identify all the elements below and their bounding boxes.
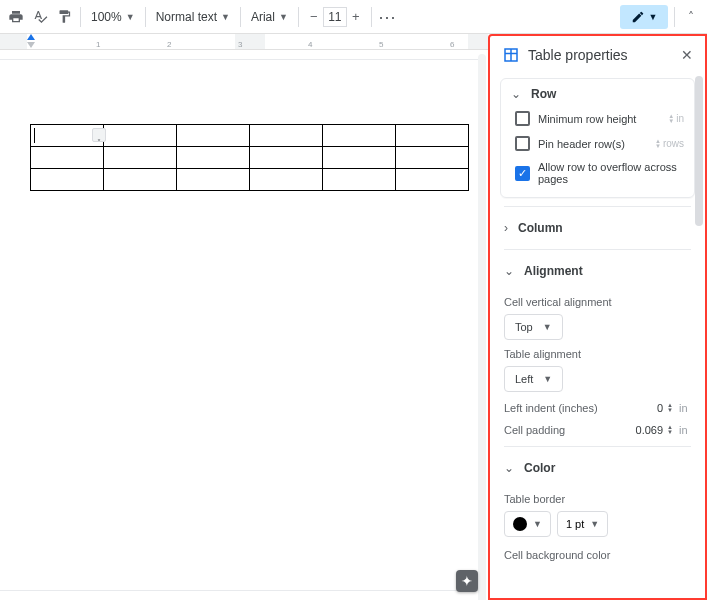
- min-row-height-label: Minimum row height: [538, 113, 636, 125]
- row-section-toggle[interactable]: ⌄ Row: [501, 79, 694, 109]
- border-color-swatch: [513, 517, 527, 531]
- cell-options-handle[interactable]: ˬ: [92, 128, 106, 142]
- min-row-height-option: Minimum row height ▲▼in: [515, 111, 684, 126]
- style-select[interactable]: Normal text▼: [152, 7, 234, 27]
- toolbar-separator: [674, 7, 675, 27]
- pin-header-checkbox[interactable]: [515, 136, 530, 151]
- table-row[interactable]: [31, 147, 469, 169]
- stepper-icon[interactable]: ▲▼: [667, 425, 673, 435]
- border-color-select[interactable]: ▼: [504, 511, 551, 537]
- paint-format-icon[interactable]: [54, 7, 74, 27]
- table-cell[interactable]: [104, 125, 177, 147]
- column-section-toggle[interactable]: › Column: [504, 211, 691, 245]
- cell-va-select[interactable]: Top▼: [504, 314, 563, 340]
- document-area: 1 2 3 4 5 6 ˬ ✦: [0, 34, 488, 600]
- horizontal-ruler[interactable]: 1 2 3 4 5 6: [0, 34, 488, 50]
- table-cell[interactable]: [396, 125, 469, 147]
- table-row[interactable]: [31, 169, 469, 191]
- column-section: › Column: [504, 211, 691, 245]
- table-border-label: Table border: [504, 493, 691, 505]
- font-size-controls: − 11 +: [305, 7, 365, 27]
- color-section: ⌄ Color Table border ▼ 1 pt▼ Cell backgr…: [504, 451, 691, 561]
- zoom-select[interactable]: 100%▼: [87, 7, 139, 27]
- table-cell[interactable]: [396, 169, 469, 191]
- overflow-option: ✓ Allow row to overflow across pages: [515, 161, 684, 185]
- font-size-increase[interactable]: +: [347, 7, 365, 27]
- pin-header-unit: rows: [663, 138, 684, 149]
- table-cell[interactable]: [31, 147, 104, 169]
- toolbar-separator: [298, 7, 299, 27]
- font-size-decrease[interactable]: −: [305, 7, 323, 27]
- sidebar-header: Table properties ✕: [490, 36, 705, 74]
- table-cell[interactable]: [323, 169, 396, 191]
- cell-va-value: Top: [515, 321, 533, 333]
- cell-padding-label: Cell padding: [504, 424, 629, 436]
- row-section: ⌄ Row Minimum row height ▲▼in Pin header…: [500, 78, 695, 198]
- cell-padding-row: Cell padding 0.069 ▲▼ in: [504, 424, 691, 436]
- stepper-icon[interactable]: ▲▼: [668, 114, 674, 124]
- table-cell[interactable]: [250, 147, 323, 169]
- table-cell[interactable]: [104, 169, 177, 191]
- table-cell[interactable]: [177, 147, 250, 169]
- alignment-section-toggle[interactable]: ⌄ Alignment: [504, 254, 691, 288]
- table-cell[interactable]: [323, 125, 396, 147]
- toolbar-separator: [80, 7, 81, 27]
- chevron-down-icon: ⌄: [504, 461, 514, 475]
- table-icon: [502, 46, 520, 64]
- cell-padding-input[interactable]: 0.069: [629, 424, 667, 436]
- alignment-section-label: Alignment: [524, 264, 583, 278]
- document-page[interactable]: ˬ: [0, 60, 478, 590]
- toolbar-separator: [371, 7, 372, 27]
- chevron-down-icon: ⌄: [504, 264, 514, 278]
- stepper-icon[interactable]: ▲▼: [667, 403, 673, 413]
- overflow-label: Allow row to overflow across pages: [538, 161, 684, 185]
- min-row-height-checkbox[interactable]: [515, 111, 530, 126]
- min-row-height-unit: in: [676, 113, 684, 124]
- color-section-toggle[interactable]: ⌄ Color: [504, 451, 691, 485]
- cell-va-label: Cell vertical alignment: [504, 296, 691, 308]
- font-select[interactable]: Arial▼: [247, 7, 292, 27]
- table-cell[interactable]: [250, 169, 323, 191]
- close-icon[interactable]: ✕: [681, 47, 693, 63]
- pin-header-option: Pin header row(s) ▲▼rows: [515, 136, 684, 151]
- left-indent-row: Left indent (inches) 0 ▲▼ in: [504, 402, 691, 414]
- toolbar: 100%▼ Normal text▼ Arial▼ − 11 + ⋯ ▼ ˄: [0, 0, 707, 34]
- explore-button[interactable]: ✦: [456, 570, 478, 592]
- pin-header-label: Pin header row(s): [538, 138, 625, 150]
- table-align-label: Table alignment: [504, 348, 691, 360]
- alignment-section: ⌄ Alignment Cell vertical alignment Top▼…: [504, 254, 691, 436]
- chevron-down-icon: ⌄: [511, 87, 523, 101]
- sidebar-title: Table properties: [528, 47, 673, 63]
- ruler-ticks: 1 2 3 4 5 6: [30, 40, 488, 48]
- chevron-right-icon: ›: [504, 221, 508, 235]
- toolbar-separator: [145, 7, 146, 27]
- table-cell[interactable]: [104, 147, 177, 169]
- table-align-value: Left: [515, 373, 533, 385]
- spellcheck-icon[interactable]: [30, 7, 50, 27]
- table-properties-panel: Table properties ✕ ⌄ Row Minimum row hei…: [488, 34, 707, 600]
- print-icon[interactable]: [6, 7, 26, 27]
- table-align-select[interactable]: Left▼: [504, 366, 563, 392]
- table-cell[interactable]: [177, 169, 250, 191]
- zoom-value: 100%: [91, 10, 122, 24]
- more-icon[interactable]: ⋯: [378, 7, 398, 27]
- table-cell[interactable]: [177, 125, 250, 147]
- border-width-select[interactable]: 1 pt▼: [557, 511, 608, 537]
- expand-up-icon[interactable]: ˄: [681, 7, 701, 27]
- table-cell[interactable]: [31, 169, 104, 191]
- border-width-value: 1 pt: [566, 518, 584, 530]
- font-size-value[interactable]: 11: [323, 7, 347, 27]
- toolbar-separator: [240, 7, 241, 27]
- table-cell[interactable]: [250, 125, 323, 147]
- sidebar-scrollbar[interactable]: [695, 76, 703, 226]
- left-indent-input[interactable]: 0: [629, 402, 667, 414]
- left-indent-unit: in: [679, 402, 691, 414]
- editing-mode-button[interactable]: ▼: [620, 5, 668, 29]
- main-area: 1 2 3 4 5 6 ˬ ✦ Table properties ✕: [0, 34, 707, 600]
- cell-padding-unit: in: [679, 424, 691, 436]
- stepper-icon[interactable]: ▲▼: [655, 139, 661, 149]
- table-cell[interactable]: [323, 147, 396, 169]
- table-cell[interactable]: [396, 147, 469, 169]
- overflow-checkbox[interactable]: ✓: [515, 166, 530, 181]
- vertical-scrollbar[interactable]: [478, 54, 486, 600]
